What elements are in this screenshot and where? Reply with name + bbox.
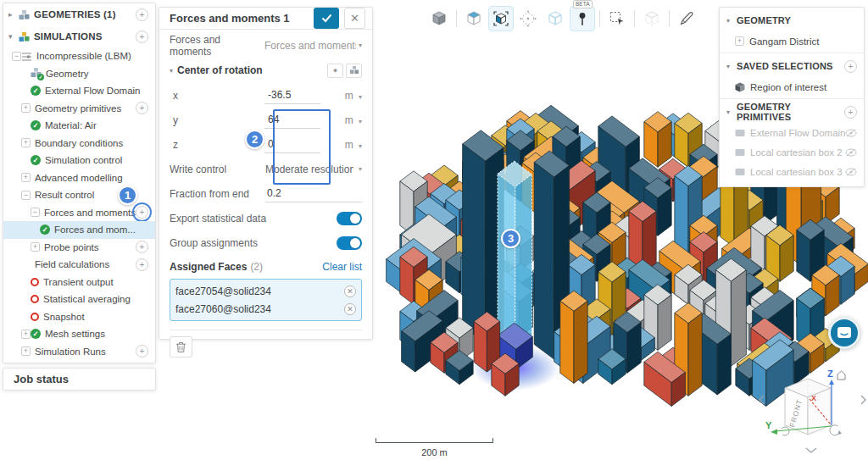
chevron-down-icon[interactable]: ▾ [726,108,737,116]
delete-button[interactable] [170,336,192,357]
tree-item-snapshot[interactable]: Snapshot [3,308,155,326]
scale-bar [376,438,493,443]
section-title: GEOMETRY PRIMITIVES [737,102,844,122]
type-dropdown[interactable]: Forces and moments ▾ [264,40,362,52]
rotate-ccw-icon[interactable] [782,427,789,435]
assigned-faces-list[interactable]: face27054@solid234✕face27060@solid234✕ [170,279,362,321]
geometries-section-header[interactable]: ▸ GEOMETRIES (1) + [3,3,155,25]
simulations-section-header[interactable]: ▾ SIMULATIONS + [3,25,155,47]
navigation-cube[interactable]: FRONT Z Y X [757,358,868,460]
rotate-down-chevron[interactable] [806,448,816,452]
expand-icon[interactable]: + [21,346,31,356]
chevron-down-icon[interactable]: ▾ [726,63,737,70]
visibility-icon[interactable] [845,129,857,137]
tree-item-transient-output[interactable]: Transient output [3,274,155,291]
y-unit-dropdown[interactable]: m ▾ [345,114,362,126]
y-input[interactable]: 64 [264,112,320,129]
pick-point-button[interactable]: ● [327,64,343,78]
add-child-button[interactable]: + [136,241,148,253]
visibility-icon[interactable] [845,168,857,176]
expand-icon[interactable]: + [21,173,31,182]
home-view-icon[interactable] [837,371,845,380]
z-input[interactable]: 0 [264,136,320,153]
remove-face-button[interactable]: ✕ [344,285,356,297]
section-header[interactable]: ▾GEOMETRY PRIMITIVES+ [720,101,864,123]
tree-item-geometry[interactable]: ✓Geometry [3,65,155,83]
tree-item-mesh-settings[interactable]: +✓Mesh settings [3,325,155,343]
collapse-icon[interactable]: − [21,191,31,200]
tree-item-probe-points[interactable]: +Probe points+ [3,239,155,257]
cube-top-face-button[interactable] [461,6,487,31]
add-geometry-button[interactable]: + [136,8,148,21]
tree-item-forces-and-moments[interactable]: −Forces and moments+ [3,204,155,222]
tree-item-simulation-runs[interactable]: +Simulation Runs+ [3,343,155,361]
add-simulation-button[interactable]: + [136,30,148,43]
expand-icon[interactable]: + [31,242,40,252]
remove-face-button[interactable]: ✕ [344,303,356,315]
scene-item-external-flow-domain[interactable]: External Flow Domain [720,123,864,142]
scene-item-local-cartesian-box-3[interactable]: Local cartesian box 3 [720,162,864,181]
tree-item-geometry-primitives[interactable]: +Geometry primitives+ [3,100,155,118]
add-child-button[interactable]: + [136,258,148,271]
add-child-button[interactable]: + [136,206,148,219]
add-button[interactable]: + [844,106,857,119]
move-entity-dots-button[interactable] [515,6,541,31]
write-control-dropdown[interactable]: Moderate resolution ▾ [265,163,362,175]
x-unit-dropdown[interactable]: m ▾ [345,90,362,102]
tree-item-incompressible-lbm[interactable]: −Incompressible (LBM) [3,47,155,65]
job-status-bar[interactable]: Job status [3,368,156,391]
close-panel-button[interactable]: ✕ [344,8,365,29]
add-child-button[interactable]: + [136,345,148,357]
expand-icon[interactable]: + [21,330,31,339]
group-toggle[interactable] [337,236,362,250]
visibility-icon[interactable] [845,148,857,157]
x-input[interactable]: -36.5 [264,87,320,104]
center-of-rotation-section[interactable]: ▾ Center of rotation ● [170,58,362,83]
probe-pin-icon [573,9,592,28]
support-chat-button[interactable] [828,317,860,349]
section-header[interactable]: ▾SAVED SELECTIONS+ [720,55,864,77]
tree-item-advanced-modelling[interactable]: +Advanced modelling [3,169,155,187]
assigned-face-row[interactable]: face27060@solid234✕ [175,300,356,318]
chevron-down-icon[interactable]: ▾ [726,17,737,25]
toggle-knob [350,238,360,248]
tree-item-simulation-control[interactable]: ✓Simulation control [3,152,155,169]
add-button[interactable]: + [844,60,857,73]
z-unit-dropdown[interactable]: m ▾ [345,139,362,151]
export-toggle[interactable] [337,212,362,225]
tree-item-field-calculations[interactable]: Field calculations+ [3,256,155,274]
chevron-right-icon[interactable]: ▸ [8,10,19,19]
tree-item-external-flow-domain[interactable]: ✓External Flow Domain [3,82,155,100]
collapse-icon[interactable]: − [31,208,40,217]
transparent-cube-button[interactable] [542,6,568,31]
box-select-button[interactable] [604,6,630,31]
scene-item-local-cartesian-box-2[interactable]: Local cartesian box 2 [720,142,864,162]
tree-item-label: Incompressible (LBM) [36,51,148,61]
scene-item-region-of-interest[interactable]: Region of interest [720,77,864,97]
tree-item-forces-and-mom[interactable]: ✓Forces and mom... [3,221,155,239]
apply-button[interactable] [314,8,339,29]
fraction-input[interactable]: 0.2 [265,186,362,202]
measure-pen-button[interactable] [674,6,699,31]
probe-pin-button[interactable]: BETA [570,6,595,31]
view-cube-solid-button[interactable] [426,6,452,31]
rotate-cw-icon[interactable] [830,425,839,435]
chevron-down-icon[interactable]: ▾ [8,32,19,41]
tree-item-material-air[interactable]: ✓Material: Air [3,117,155,135]
expand-icon[interactable]: + [21,138,31,147]
section-header[interactable]: ▾GEOMETRY [720,9,864,31]
collapse-icon[interactable]: − [12,52,21,61]
select-volume-button[interactable] [488,6,514,31]
expand-icon[interactable]: + [735,36,744,46]
hidden-cube-button[interactable] [639,6,665,31]
rotate-left-chevron[interactable] [760,396,764,404]
rotate-right-chevron[interactable] [861,396,865,404]
assigned-face-row[interactable]: face27054@solid234✕ [175,282,356,300]
tree-item-boundary-conditions[interactable]: +Boundary conditions [3,135,155,152]
pick-geometry-button[interactable] [346,64,362,78]
expand-icon[interactable]: + [21,103,31,113]
clear-list-link[interactable]: Clear list [322,261,362,273]
add-child-button[interactable]: + [136,102,148,114]
tree-item-statistical-averaging[interactable]: Statistical averaging [3,291,155,308]
scene-item-gangam-district[interactable]: +Gangam District [720,31,864,51]
